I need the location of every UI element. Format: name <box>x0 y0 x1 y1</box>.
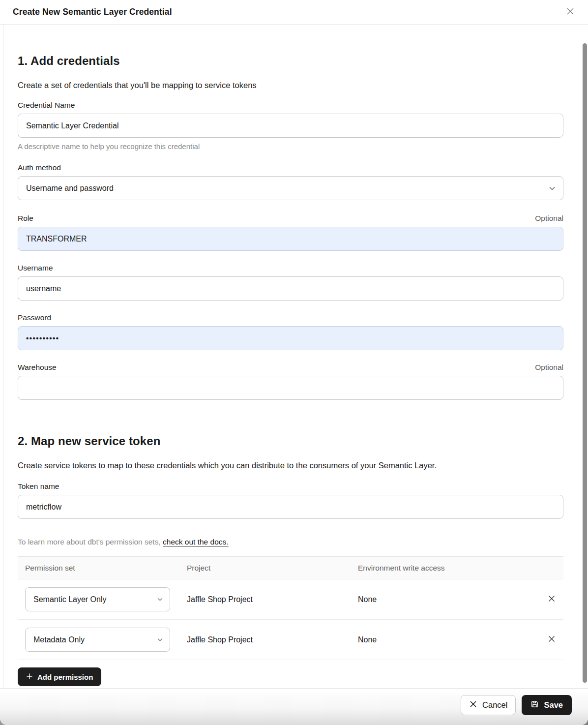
project-cell: Jaffle Shop Project <box>187 635 358 644</box>
auth-method-select[interactable]: Username and password <box>18 176 563 200</box>
dialog-title: Create New Semantic Layer Credential <box>13 7 172 17</box>
cancel-x-icon <box>469 700 477 710</box>
add-permission-button[interactable]: Add permission <box>18 667 101 686</box>
token-name-label: Token name <box>18 482 59 491</box>
warehouse-label: Warehouse <box>18 363 57 372</box>
permission-set-selected-value: Metadata Only <box>33 635 85 644</box>
permission-set-select-row2[interactable]: Metadata Only <box>25 628 170 652</box>
header-project: Project <box>187 564 358 573</box>
create-credential-dialog: Create New Semantic Layer Credential 1. … <box>0 0 588 725</box>
docs-link[interactable]: check out the docs. <box>163 538 229 546</box>
role-label: Role <box>18 214 33 223</box>
project-cell: Jaffle Shop Project <box>187 595 358 604</box>
remove-icon <box>547 634 556 645</box>
chevron-down-icon <box>157 638 163 641</box>
scrollbar-thumb[interactable] <box>583 43 587 683</box>
role-input[interactable] <box>18 227 563 251</box>
add-permission-label: Add permission <box>37 673 93 681</box>
chevron-down-icon <box>157 598 163 601</box>
password-label: Password <box>18 313 51 322</box>
save-floppy-icon <box>530 700 539 710</box>
permission-row: Metadata Only Jaffle Shop Project None <box>18 620 563 660</box>
remove-row-button-row1[interactable] <box>544 592 559 607</box>
close-button[interactable] <box>563 5 577 19</box>
username-input[interactable] <box>18 276 563 301</box>
remove-icon <box>547 594 556 604</box>
auth-method-selected-value: Username and password <box>26 184 114 193</box>
remove-row-button-row2[interactable] <box>544 632 559 648</box>
section1-description: Create a set of credentials that you'll … <box>18 81 563 90</box>
warehouse-optional-tag: Optional <box>535 363 563 372</box>
password-input[interactable] <box>18 326 563 350</box>
credential-name-label: Credential Name <box>18 101 75 110</box>
permission-set-selected-value: Semantic Layer Only <box>33 595 107 604</box>
auth-method-label: Auth method <box>18 163 61 172</box>
warehouse-input[interactable] <box>18 376 563 400</box>
save-button[interactable]: Save <box>522 695 572 715</box>
dialog-header: Create New Semantic Layer Credential <box>0 0 588 25</box>
chevron-down-icon <box>549 186 555 190</box>
token-name-input[interactable] <box>18 495 563 519</box>
permissions-table: Permission set Project Environment write… <box>18 556 563 660</box>
docs-note-text: To learn more about dbt's permission set… <box>18 538 163 546</box>
environment-write-access-cell: None <box>358 635 540 644</box>
dialog-body: 1. Add credentials Create a set of crede… <box>3 25 588 688</box>
save-label: Save <box>544 700 563 710</box>
close-icon <box>565 6 576 18</box>
permission-docs-note: To learn more about dbt's permission set… <box>18 538 563 546</box>
role-optional-tag: Optional <box>535 214 563 223</box>
plus-icon <box>26 673 33 681</box>
credential-name-helper: A descriptive name to help you recognize… <box>18 142 563 151</box>
header-environment-write-access: Environment write access <box>358 564 540 573</box>
credential-name-input[interactable] <box>18 114 563 138</box>
header-permission-set: Permission set <box>25 564 187 573</box>
username-label: Username <box>18 264 53 272</box>
section2-description: Create service tokens to map to these cr… <box>18 461 563 470</box>
dialog-footer: Cancel Save <box>0 688 588 725</box>
cancel-button[interactable]: Cancel <box>461 695 516 715</box>
permission-set-select-row1[interactable]: Semantic Layer Only <box>25 587 170 611</box>
permission-row: Semantic Layer Only Jaffle Shop Project … <box>18 579 563 620</box>
cancel-label: Cancel <box>482 700 507 710</box>
environment-write-access-cell: None <box>358 595 540 604</box>
permissions-table-header: Permission set Project Environment write… <box>18 557 563 579</box>
section1-heading: 1. Add credentials <box>18 54 563 68</box>
section2-heading: 2. Map new service token <box>18 434 563 448</box>
